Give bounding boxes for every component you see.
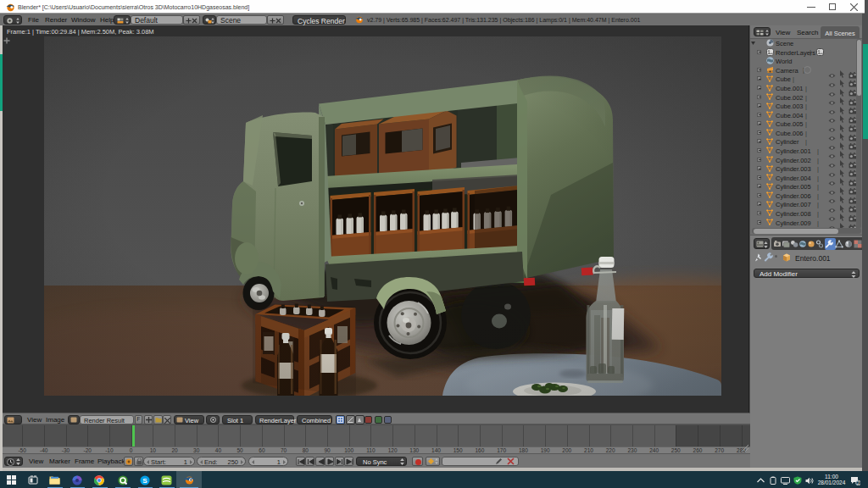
svg-text:2: 2	[857, 480, 860, 485]
svg-text:S: S	[142, 476, 147, 484]
